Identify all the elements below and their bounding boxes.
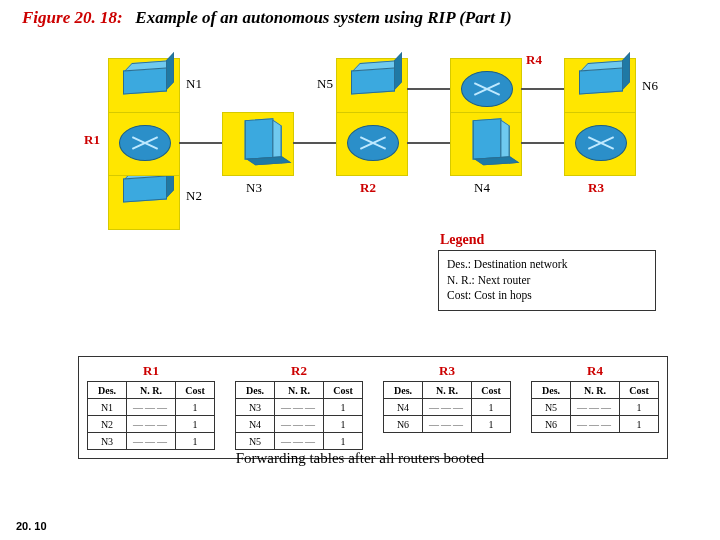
cell-des: N2 xyxy=(88,416,127,433)
table-r3: R3 Des. N. R. Cost N4———1 N6———1 xyxy=(383,363,511,450)
router-icon xyxy=(575,125,627,161)
cell-nr: ——— xyxy=(275,433,324,450)
cell-des: N4 xyxy=(236,416,275,433)
legend-box: Des.: Destination network N. R.: Next ro… xyxy=(438,250,656,311)
cell-nr: ——— xyxy=(127,433,176,450)
cell-des: N5 xyxy=(532,399,571,416)
host-icon xyxy=(123,67,167,94)
legend-line-3: Cost: Cost in hops xyxy=(447,288,647,304)
cell-nr: ——— xyxy=(275,399,324,416)
cell-cost: 1 xyxy=(324,416,363,433)
topology-diagram: N1 N2 R1 N3 N5 R2 R4 N4 N6 R3 xyxy=(0,52,720,222)
cell-cost: 1 xyxy=(472,416,511,433)
table-title: R1 xyxy=(143,363,159,379)
label-n5: N5 xyxy=(317,76,333,92)
label-r4: R4 xyxy=(526,52,542,68)
host-icon xyxy=(245,118,274,160)
router-icon xyxy=(119,125,171,161)
link-line xyxy=(179,142,222,144)
router-icon xyxy=(461,71,513,107)
cell-cost: 1 xyxy=(176,416,215,433)
network-n4 xyxy=(450,112,522,176)
col-cost: Cost xyxy=(324,382,363,399)
cell-nr: ——— xyxy=(571,399,620,416)
cell-cost: 1 xyxy=(176,433,215,450)
col-nr: N. R. xyxy=(571,382,620,399)
cell-cost: 1 xyxy=(620,399,659,416)
cell-cost: 1 xyxy=(324,399,363,416)
cell-cost: 1 xyxy=(472,399,511,416)
col-cost: Cost xyxy=(176,382,215,399)
link-line xyxy=(293,142,336,144)
routing-table: Des. N. R. Cost N3———1 N4———1 N5———1 xyxy=(235,381,363,450)
link-line xyxy=(407,142,450,144)
cell-des: N6 xyxy=(532,416,571,433)
tables-caption: Forwarding tables after all routers boot… xyxy=(0,450,720,467)
label-n4: N4 xyxy=(474,180,490,196)
cell-nr: ——— xyxy=(571,416,620,433)
col-des: Des. xyxy=(88,382,127,399)
cell-des: N6 xyxy=(384,416,423,433)
cell-des: N1 xyxy=(88,399,127,416)
figure-number-text: Figure 20. 18: xyxy=(22,8,123,27)
col-nr: N. R. xyxy=(423,382,472,399)
table-title: R2 xyxy=(291,363,307,379)
table-title: R3 xyxy=(439,363,455,379)
page-number: 20. 10 xyxy=(16,520,47,532)
cell-des: N4 xyxy=(384,399,423,416)
legend-line-1: Des.: Destination network xyxy=(447,257,647,273)
host-icon xyxy=(351,67,395,94)
col-des: Des. xyxy=(236,382,275,399)
cell-nr: ——— xyxy=(127,416,176,433)
col-cost: Cost xyxy=(620,382,659,399)
cell-des: N5 xyxy=(236,433,275,450)
cell-des: N3 xyxy=(236,399,275,416)
label-n1: N1 xyxy=(186,76,202,92)
table-title: R4 xyxy=(587,363,603,379)
cell-cost: 1 xyxy=(324,433,363,450)
cell-nr: ——— xyxy=(275,416,324,433)
cell-cost: 1 xyxy=(176,399,215,416)
host-icon xyxy=(473,118,502,160)
router-r2 xyxy=(336,112,408,176)
host-icon xyxy=(579,67,623,94)
col-des: Des. xyxy=(384,382,423,399)
col-nr: N. R. xyxy=(275,382,324,399)
col-nr: N. R. xyxy=(127,382,176,399)
label-r1: R1 xyxy=(84,132,100,148)
link-line xyxy=(521,88,564,90)
host-icon xyxy=(123,175,167,202)
routing-table: Des. N. R. Cost N1———1 N2———1 N3———1 xyxy=(87,381,215,450)
figure-caption-text: Example of an autonomous system using RI… xyxy=(135,8,511,27)
forwarding-tables: R1 Des. N. R. Cost N1———1 N2———1 N3———1 … xyxy=(78,356,668,459)
table-r4: R4 Des. N. R. Cost N5———1 N6———1 xyxy=(531,363,659,450)
label-n3: N3 xyxy=(246,180,262,196)
cell-cost: 1 xyxy=(620,416,659,433)
routing-table: Des. N. R. Cost N5———1 N6———1 xyxy=(531,381,659,433)
cell-nr: ——— xyxy=(423,399,472,416)
label-n6: N6 xyxy=(642,78,658,94)
table-r2: R2 Des. N. R. Cost N3———1 N4———1 N5———1 xyxy=(235,363,363,450)
cell-nr: ——— xyxy=(423,416,472,433)
cell-nr: ——— xyxy=(127,399,176,416)
col-des: Des. xyxy=(532,382,571,399)
routing-table: Des. N. R. Cost N4———1 N6———1 xyxy=(383,381,511,433)
col-cost: Cost xyxy=(472,382,511,399)
figure-title: Figure 20. 18: Example of an autonomous … xyxy=(22,8,512,28)
cell-des: N3 xyxy=(88,433,127,450)
label-r2: R2 xyxy=(360,180,376,196)
link-line xyxy=(521,142,564,144)
network-n3 xyxy=(222,112,294,176)
router-r3 xyxy=(564,112,636,176)
table-r1: R1 Des. N. R. Cost N1———1 N2———1 N3———1 xyxy=(87,363,215,450)
router-icon xyxy=(347,125,399,161)
label-r3: R3 xyxy=(588,180,604,196)
router-r1 xyxy=(108,112,180,176)
link-line xyxy=(407,88,450,90)
label-n2: N2 xyxy=(186,188,202,204)
legend-line-2: N. R.: Next router xyxy=(447,273,647,289)
legend-title: Legend xyxy=(440,232,484,248)
